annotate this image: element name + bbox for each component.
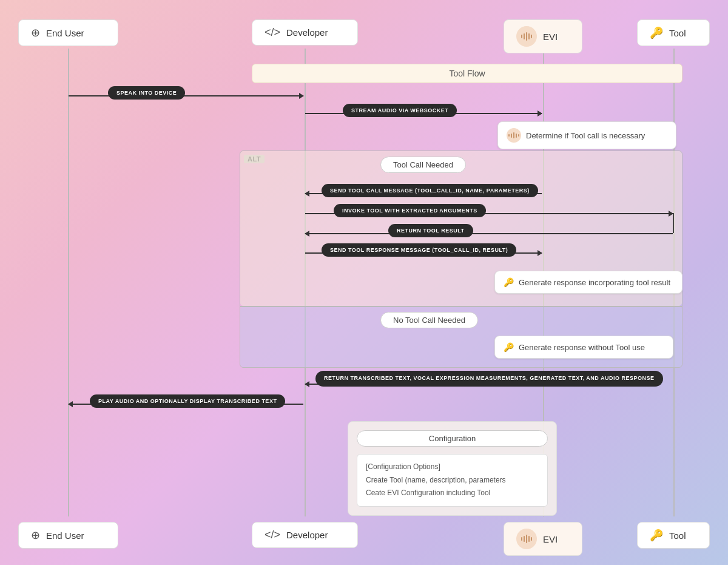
msg-invoke: INVOKE TOOL WITH EXTRACTED ARGUMENTS	[334, 204, 486, 217]
note-generate-with-tool: 🔑 Generate response incorporating tool r…	[494, 271, 682, 294]
developer-label: Developer	[286, 27, 328, 38]
actor-tool-top: 🔑 Tool	[637, 19, 710, 46]
key-icon-note1: 🔑	[504, 277, 514, 287]
actor-evi-top: EVI	[504, 19, 582, 53]
msg-send-response: SEND TOOL RESPONSE MESSAGE (TOOL_CALL_ID…	[322, 243, 516, 257]
config-option3: Ceate EVI Configuration including Tool	[366, 487, 539, 500]
actor-developer-top: </> Developer	[252, 19, 358, 46]
tool-label-bottom: Tool	[669, 530, 686, 541]
end-user-label: End User	[46, 28, 84, 38]
lifeline-end-user	[68, 49, 69, 516]
evi-label: EVI	[543, 32, 558, 42]
generate-with-tool-text: Generate response incorporating tool res…	[519, 278, 670, 287]
config-box: Configuration [Configuration Options] Cr…	[348, 421, 557, 516]
tool-label: Tool	[669, 28, 686, 38]
key-icon-top: 🔑	[650, 26, 663, 39]
tool-flow-box: Tool Flow	[252, 64, 682, 83]
evi-label-bottom: EVI	[543, 534, 558, 544]
arrow-speak-to-dev	[69, 95, 303, 96]
globe-icon-bottom: ⊕	[31, 529, 40, 542]
msg-send-tool-call: SEND TOOL CALL MESSAGE (TOOL_CALL_ID, NA…	[322, 184, 538, 197]
tool-flow-title: Tool Flow	[449, 69, 485, 78]
condition-tool-call-needed: Tool Call Needed	[380, 157, 466, 173]
evi-icon	[516, 26, 537, 47]
key-icon-bottom: 🔑	[650, 529, 663, 542]
note-generate-without-tool: 🔑 Generate response without Tool use	[494, 336, 673, 359]
actor-evi-bottom: EVI	[504, 522, 582, 556]
evi-icon-bottom	[516, 529, 537, 549]
msg-return-transcribed: RETURN TRANSCRIBED TEXT, VOCAL EXPRESSIO…	[315, 371, 663, 387]
condition-no-tool-call-needed: No Tool Call Needed	[380, 312, 478, 328]
actor-tool-bottom: 🔑 Tool	[637, 522, 710, 549]
code-icon: </>	[265, 26, 280, 39]
actor-developer-bottom: </> Developer	[252, 522, 358, 548]
evi-icon-determine	[507, 128, 521, 143]
globe-icon: ⊕	[31, 26, 40, 39]
end-user-label-bottom: End User	[46, 530, 84, 541]
config-title: Configuration	[357, 430, 548, 447]
config-option2: Create Tool (name, description, paramete…	[366, 474, 539, 487]
config-option1: [Configuration Options]	[366, 461, 539, 474]
determine-text: Determine if Tool call is necessary	[526, 131, 645, 140]
actor-end-user-top: ⊕ End User	[18, 19, 118, 46]
generate-without-tool-text: Generate response without Tool use	[519, 343, 645, 352]
msg-stream: STREAM AUDIO VIA WEBSOCKET	[343, 104, 457, 117]
msg-return-result: RETURN TOOL RESULT	[388, 224, 473, 237]
msg-play-audio: PLAY AUDIO AND OPTIONALLY DISPLAY TRANSC…	[90, 394, 285, 408]
alt-divider	[240, 306, 682, 307]
msg-speak: SPEAK INTO DEVICE	[108, 86, 185, 100]
code-icon-bottom: </>	[265, 529, 280, 541]
actor-end-user-bottom: ⊕ End User	[18, 522, 118, 549]
note-determine: Determine if Tool call is necessary	[497, 121, 676, 149]
arrow-return-result	[305, 233, 673, 234]
waveform-icon	[521, 32, 533, 41]
key-icon-note2: 🔑	[504, 342, 514, 352]
developer-label-bottom: Developer	[286, 530, 328, 540]
config-content: [Configuration Options] Create Tool (nam…	[357, 454, 548, 507]
